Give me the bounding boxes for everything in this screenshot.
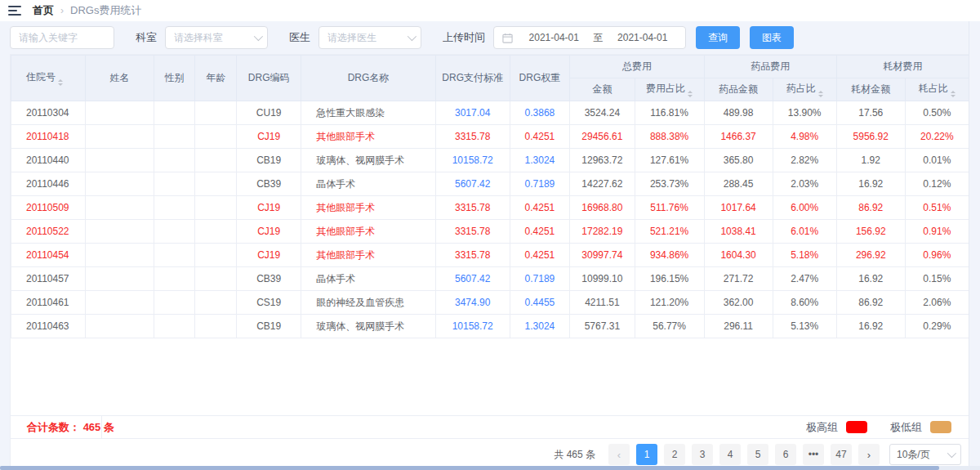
cell-drug-ratio: 4.98% bbox=[773, 125, 836, 149]
main-panel: 科室 请选择科室 医生 请选择医生 上传时间 2021-04-01 至 2021… bbox=[0, 21, 980, 470]
page-button-47[interactable]: 47 bbox=[831, 444, 852, 465]
cell-material: 86.92 bbox=[836, 196, 905, 220]
cell-payment[interactable]: 3315.78 bbox=[435, 244, 510, 267]
table-row[interactable]: 20110522CJ19其他眼部手术3315.780.425117282.195… bbox=[11, 220, 969, 244]
page-button-6[interactable]: 6 bbox=[775, 444, 796, 465]
cell-payment[interactable]: 3315.78 bbox=[435, 125, 510, 149]
cell-payment[interactable]: 10158.72 bbox=[435, 315, 510, 338]
page-size-select[interactable]: 10条/页 bbox=[889, 444, 961, 465]
pagination-total: 共 465 条 bbox=[554, 448, 595, 462]
cell-weight[interactable]: 0.4251 bbox=[510, 125, 570, 149]
table-row[interactable]: 20110440CB19玻璃体、视网膜手术10158.721.302412963… bbox=[11, 149, 969, 172]
scrollbar-thumb[interactable] bbox=[0, 466, 939, 470]
prev-page-button[interactable]: ‹ bbox=[608, 444, 630, 465]
page-button-2[interactable]: 2 bbox=[664, 444, 685, 465]
cell-payment[interactable]: 3315.78 bbox=[435, 196, 510, 220]
keyword-input[interactable] bbox=[10, 26, 114, 49]
doctor-select[interactable]: 请选择医生 bbox=[318, 26, 421, 49]
cell-drg-code: CJ19 bbox=[236, 196, 301, 220]
cell-payment[interactable]: 5607.42 bbox=[435, 172, 510, 196]
table-row[interactable]: 20110509CJ19其他眼部手术3315.780.425116968.805… bbox=[11, 196, 969, 220]
table-row[interactable]: 20110463CB19玻璃体、视网膜手术10158.721.30245767.… bbox=[11, 315, 969, 338]
cell-material: 16.92 bbox=[836, 315, 905, 338]
table-row[interactable]: 20110457CB39晶体手术5607.420.718910999.10196… bbox=[11, 267, 969, 291]
table-row[interactable]: 20110418CJ19其他眼部手术3315.780.425129456.618… bbox=[11, 125, 969, 149]
cell-drg-code: CU19 bbox=[236, 101, 301, 125]
sort-icon[interactable] bbox=[58, 79, 63, 86]
chevron-down-icon bbox=[408, 32, 416, 41]
cell-weight[interactable]: 0.7189 bbox=[510, 267, 570, 291]
cell-weight[interactable]: 0.7189 bbox=[510, 172, 570, 196]
cell-total: 3524.24 bbox=[570, 101, 635, 125]
cell-weight[interactable]: 0.3868 bbox=[510, 101, 570, 125]
cell-drug: 1466.37 bbox=[704, 125, 773, 149]
page-button-1[interactable]: 1 bbox=[636, 444, 657, 465]
cell-name bbox=[85, 315, 154, 338]
cell-payment[interactable]: 3474.90 bbox=[435, 291, 510, 315]
cell-drg-name: 晶体手术 bbox=[301, 267, 435, 291]
cell-drug: 288.45 bbox=[704, 172, 773, 196]
col-header-inpatient-no[interactable]: 住院号 bbox=[11, 56, 86, 101]
chart-button[interactable]: 图表 bbox=[750, 26, 794, 49]
col-header-drg-name: DRG名称 bbox=[301, 56, 435, 101]
cell-material-ratio: 0.50% bbox=[905, 101, 969, 125]
page-button-5[interactable]: 5 bbox=[747, 444, 768, 465]
cell-weight[interactable]: 0.4251 bbox=[510, 196, 570, 220]
department-label: 科室 bbox=[136, 30, 157, 45]
cell-total: 29456.61 bbox=[570, 125, 635, 149]
cell-weight[interactable]: 0.4251 bbox=[510, 244, 570, 267]
department-select[interactable]: 请选择科室 bbox=[165, 26, 268, 49]
cell-drug-ratio: 6.00% bbox=[773, 196, 836, 220]
table-row[interactable]: 20110461CS19眼的神经及血管疾患3474.900.44554211.5… bbox=[11, 291, 969, 315]
cell-inpatient-no: 20110463 bbox=[11, 315, 86, 338]
start-date-value[interactable]: 2021-04-01 bbox=[519, 32, 589, 43]
more-pages-button[interactable]: ••• bbox=[803, 444, 824, 465]
cell-weight[interactable]: 1.3024 bbox=[510, 315, 570, 338]
legend-item: 极低组 bbox=[890, 420, 951, 435]
cell-weight[interactable]: 0.4455 bbox=[510, 291, 570, 315]
cell-total: 5767.31 bbox=[570, 315, 635, 338]
cell-payment[interactable]: 3315.78 bbox=[435, 220, 510, 244]
cell-total: 17282.19 bbox=[570, 220, 635, 244]
col-header-gender: 性别 bbox=[154, 56, 195, 101]
table-row[interactable]: 20110454CJ19其他眼部手术3315.780.425130997.749… bbox=[11, 244, 969, 267]
cell-payment[interactable]: 5607.42 bbox=[435, 267, 510, 291]
cell-total: 30997.74 bbox=[570, 244, 635, 267]
col-header-fee-ratio[interactable]: 费用占比 bbox=[635, 78, 704, 101]
cell-name bbox=[85, 172, 154, 196]
cell-name bbox=[85, 101, 154, 125]
cell-gender bbox=[154, 244, 195, 267]
cell-gender bbox=[154, 101, 195, 125]
sort-icon[interactable] bbox=[951, 91, 956, 97]
query-button[interactable]: 查询 bbox=[696, 26, 740, 49]
cell-weight[interactable]: 0.4251 bbox=[510, 220, 570, 244]
cell-age bbox=[195, 315, 237, 338]
sidebar-fold-icon[interactable] bbox=[8, 6, 21, 16]
sort-icon[interactable] bbox=[818, 91, 823, 97]
cell-inpatient-no: 20110418 bbox=[11, 125, 86, 149]
table-row[interactable]: 20110304CU19急性重大眼感染3017.040.38683524.241… bbox=[11, 101, 969, 125]
cell-material-ratio: 0.29% bbox=[905, 315, 969, 338]
cell-drug: 1038.41 bbox=[704, 220, 773, 244]
sort-icon[interactable] bbox=[688, 91, 693, 97]
col-header-age: 年龄 bbox=[195, 56, 237, 101]
col-header-drug-ratio[interactable]: 药占比 bbox=[773, 78, 836, 101]
cell-drg-name: 玻璃体、视网膜手术 bbox=[301, 149, 435, 172]
end-date-value[interactable]: 2021-04-01 bbox=[608, 32, 678, 43]
cell-inpatient-no: 20110440 bbox=[11, 149, 86, 172]
date-range-picker[interactable]: 2021-04-01 至 2021-04-01 bbox=[493, 26, 686, 49]
col-header-material-ratio[interactable]: 耗占比 bbox=[905, 78, 969, 101]
page-button-3[interactable]: 3 bbox=[692, 444, 713, 465]
cell-weight[interactable]: 1.3024 bbox=[510, 149, 570, 172]
page-button-4[interactable]: 4 bbox=[719, 444, 741, 465]
horizontal-scrollbar[interactable] bbox=[0, 466, 980, 470]
cell-total: 12963.72 bbox=[570, 149, 635, 172]
cell-payment[interactable]: 10158.72 bbox=[435, 149, 510, 172]
cell-payment[interactable]: 3017.04 bbox=[435, 101, 510, 125]
breadcrumb-home[interactable]: 首页 bbox=[33, 3, 54, 18]
col-group-material-fee: 耗材费用 bbox=[836, 56, 969, 78]
next-page-button[interactable]: › bbox=[858, 444, 880, 465]
cell-drug-ratio: 2.47% bbox=[773, 267, 836, 291]
cell-material-ratio: 0.01% bbox=[905, 149, 969, 172]
table-row[interactable]: 20110446CB39晶体手术5607.420.718914227.62253… bbox=[11, 172, 969, 196]
